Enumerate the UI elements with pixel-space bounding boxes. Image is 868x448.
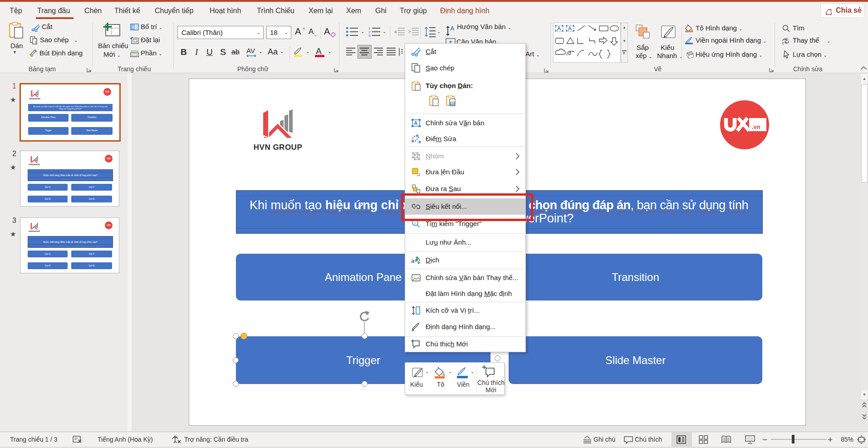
- svg-text:c: c: [782, 41, 784, 45]
- svg-text:.vn: .vn: [752, 123, 760, 130]
- svg-text:i: i: [414, 221, 416, 226]
- svg-text:A: A: [568, 25, 572, 32]
- svg-text:A: A: [414, 120, 418, 126]
- svg-text:3: 3: [368, 34, 371, 37]
- svg-text:あ: あ: [415, 256, 420, 262]
- svg-text:a: a: [411, 257, 415, 264]
- svg-text:b: b: [786, 37, 789, 42]
- svg-text:A: A: [557, 25, 561, 32]
- svg-text:A: A: [450, 25, 455, 32]
